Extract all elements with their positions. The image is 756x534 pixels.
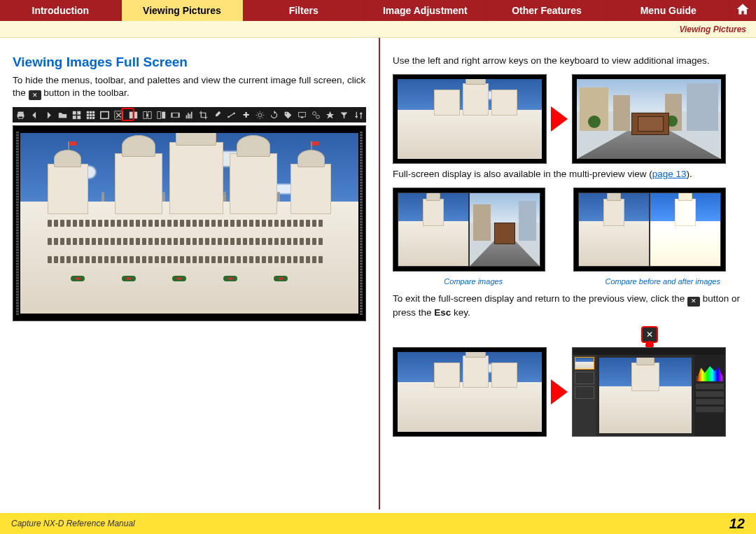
svg-rect-2: [18, 116, 23, 118]
star-icon[interactable]: [326, 110, 335, 120]
exit-fullscreen-icon-inline: ✕: [687, 297, 700, 307]
tag-icon[interactable]: [283, 110, 293, 120]
svg-rect-7: [87, 111, 89, 113]
home-icon: [736, 2, 750, 19]
filter-icon[interactable]: [340, 110, 349, 120]
svg-rect-6: [77, 115, 80, 119]
tab-viewing-pictures[interactable]: Viewing Pictures: [122, 0, 244, 21]
svg-point-32: [228, 116, 230, 118]
thumb-building-fullscreen: [393, 74, 547, 164]
arrow-keys-paragraph: Use the left and right arrow keys on the…: [393, 55, 743, 67]
fullscreen-icon[interactable]: [114, 110, 124, 120]
straighten-icon[interactable]: [227, 110, 237, 120]
thumb-compare-before-after: [573, 188, 726, 272]
arrow-left-icon[interactable]: [29, 110, 39, 120]
manual-title: Capture NX-D Reference Manual: [11, 519, 135, 528]
filmstrip-icon[interactable]: [170, 110, 180, 120]
svg-point-34: [258, 113, 262, 117]
svg-rect-9: [92, 111, 94, 113]
tab-filters[interactable]: Filters: [243, 0, 365, 21]
svg-point-22: [146, 114, 148, 116]
batch-icon[interactable]: [312, 110, 321, 120]
folder-open-icon[interactable]: [57, 110, 67, 120]
compare2-icon[interactable]: [128, 110, 138, 120]
svg-rect-28: [186, 115, 188, 118]
histogram-icon[interactable]: [185, 110, 195, 120]
exit-illustration-row: [393, 347, 743, 437]
svg-rect-25: [172, 113, 179, 118]
svg-point-35: [286, 113, 287, 114]
thumb-building-fullscreen-2: [393, 347, 547, 437]
page-content: Viewing Images Full Screen To hide the m…: [0, 38, 756, 510]
svg-rect-8: [90, 111, 92, 113]
rotate-icon[interactable]: [269, 110, 279, 120]
svg-rect-36: [299, 112, 306, 117]
caption-compare: Compare images: [393, 277, 554, 286]
fullscreen-viewer-example: [13, 125, 366, 321]
breadcrumb-label: Viewing Pictures: [679, 24, 746, 34]
left-column: Viewing Images Full Screen To hide the m…: [0, 38, 380, 510]
print-icon[interactable]: [15, 110, 25, 120]
svg-rect-24: [162, 111, 165, 118]
auto-icon[interactable]: ✚: [241, 110, 251, 120]
svg-rect-4: [77, 111, 80, 115]
tab-other-features[interactable]: Other Features: [486, 0, 608, 21]
svg-rect-10: [87, 114, 89, 116]
thumbnails-icon[interactable]: [72, 110, 82, 120]
svg-rect-5: [73, 115, 76, 119]
svg-rect-13: [87, 117, 89, 119]
thumb-street-fullscreen: [572, 74, 726, 164]
before-after-icon[interactable]: [156, 110, 166, 120]
wb-icon[interactable]: [255, 110, 265, 120]
svg-rect-31: [191, 111, 192, 118]
page-number: 12: [729, 516, 745, 532]
svg-rect-27: [178, 113, 180, 118]
svg-rect-18: [129, 111, 132, 118]
page-13-link[interactable]: page 13: [652, 169, 687, 179]
crop-icon[interactable]: [199, 110, 209, 120]
svg-rect-14: [90, 117, 92, 119]
intro-paragraph: To hide the menus, toolbar, and palettes…: [13, 74, 366, 100]
page-footer: Capture NX-D Reference Manual 12: [0, 513, 756, 534]
next-arrow-icon: [551, 106, 568, 132]
caption-row: Compare images Compare before and after …: [393, 276, 743, 293]
monitor-icon[interactable]: [298, 110, 307, 120]
thumb-app-window: [572, 347, 726, 437]
svg-rect-37: [301, 117, 303, 118]
home-button[interactable]: [729, 0, 756, 21]
svg-rect-19: [134, 111, 137, 118]
arrow-right-icon[interactable]: [43, 110, 53, 120]
svg-rect-15: [92, 117, 94, 119]
svg-rect-30: [190, 114, 191, 119]
svg-rect-12: [92, 114, 94, 116]
single-view-icon[interactable]: [100, 110, 110, 120]
breadcrumb-subbar: Viewing Pictures: [0, 21, 756, 38]
toolbar-strip: ✚: [13, 107, 366, 122]
exit-paragraph: To exit the full-screen display and retu…: [393, 293, 743, 318]
svg-rect-16: [101, 111, 108, 118]
svg-rect-3: [73, 111, 76, 115]
tab-menu-guide[interactable]: Menu Guide: [608, 0, 729, 21]
eyedropper-icon[interactable]: [213, 110, 223, 120]
sample-image-building: [20, 133, 358, 314]
right-column: Use the left and right arrow keys on the…: [380, 38, 756, 510]
arrow-nav-illustration: [393, 74, 743, 164]
svg-point-33: [234, 113, 235, 114]
sort-icon[interactable]: [354, 110, 363, 120]
tab-image-adjustment[interactable]: Image Adjustment: [365, 0, 486, 21]
exit-fullscreen-button[interactable]: ✕: [641, 326, 658, 343]
multi-preview-paragraph: Full-screen display is also available in…: [393, 168, 743, 181]
thumb-compare-images: [393, 188, 545, 272]
svg-rect-0: [18, 111, 23, 113]
fullscreen-icon-inline: ✕: [29, 90, 41, 100]
compare-illustration-row: [393, 188, 743, 272]
tab-introduction[interactable]: Introduction: [0, 0, 122, 21]
grid-icon[interactable]: [86, 110, 96, 120]
svg-rect-26: [172, 113, 173, 118]
section-title: Viewing Images Full Screen: [13, 55, 366, 70]
transition-arrow-icon: [551, 379, 568, 405]
top-nav: Introduction Viewing Pictures Filters Im…: [0, 0, 756, 21]
caption-before-after: Compare before and after images: [582, 277, 744, 286]
compare-sync-icon[interactable]: [142, 110, 152, 120]
exit-button-callout: ✕: [555, 326, 743, 343]
